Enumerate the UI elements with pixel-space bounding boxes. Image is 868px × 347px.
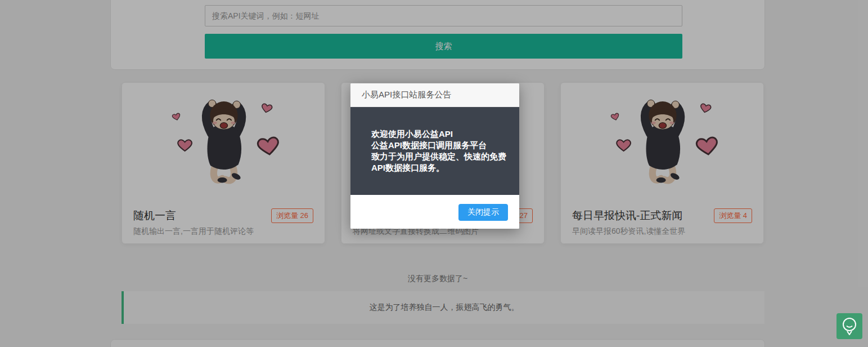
chat-balloon-icon xyxy=(841,317,858,336)
announcement-line: 公益API数据接口调用服务平台 xyxy=(371,140,509,151)
announcement-line: 欢迎使用小易公益API xyxy=(371,128,509,140)
page: 搜索 随机一言 浏览量 26 随机输出一言,一言用于随机评论等 浏览量 27 将… xyxy=(0,0,868,347)
modal-header: 小易API接口站服务公告 xyxy=(350,83,519,107)
chat-widget-button[interactable] xyxy=(836,313,862,339)
announcement-line: 致力于为用户提供稳定、快速的免费API数据接口服务。 xyxy=(371,151,509,174)
announcement-modal: 小易API接口站服务公告 欢迎使用小易公益API 公益API数据接口调用服务平台… xyxy=(350,83,519,229)
modal-footer: 关闭提示 xyxy=(350,195,519,229)
modal-body: 欢迎使用小易公益API 公益API数据接口调用服务平台 致力于为用户提供稳定、快… xyxy=(350,107,519,195)
close-notice-button[interactable]: 关闭提示 xyxy=(458,204,508,221)
modal-title: 小易API接口站服务公告 xyxy=(362,90,451,100)
